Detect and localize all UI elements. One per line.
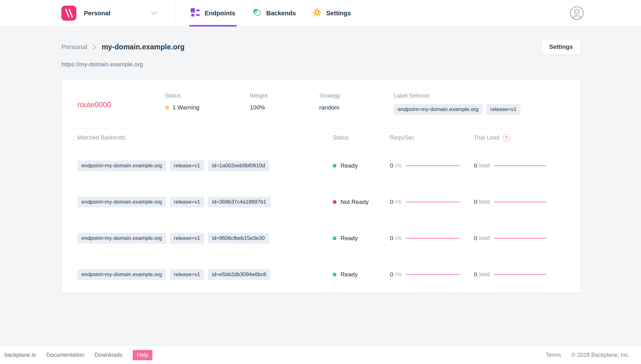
status-dot-icon bbox=[333, 164, 336, 168]
route-status-label: Status bbox=[165, 93, 250, 99]
brand-area: Personal bbox=[0, 0, 175, 26]
reqs-value: 0 bbox=[390, 199, 393, 205]
status-dot-icon bbox=[333, 236, 336, 240]
route-selector-label: Label Selector bbox=[394, 93, 565, 99]
settings-button[interactable]: Settings bbox=[541, 39, 581, 55]
status-dot-icon bbox=[333, 200, 336, 204]
app-screen: Personal Endpoints bbox=[0, 0, 641, 364]
backend-row[interactable]: endpoint=my-domain.example.org release=v… bbox=[62, 147, 581, 184]
backends-circles-icon bbox=[252, 8, 262, 18]
backend-tag-endpoint: endpoint=my-domain.example.org bbox=[77, 197, 166, 207]
load-value: 0 bbox=[474, 271, 477, 278]
header-reqs-sec: Reqs/Sec bbox=[390, 134, 474, 141]
route-name-link[interactable]: route0000 bbox=[77, 93, 165, 115]
true-load-help-icon[interactable]: ? bbox=[503, 134, 510, 141]
footer-right: Terms © 2018 Backplane, Inc. bbox=[546, 352, 630, 358]
user-avatar-icon[interactable] bbox=[570, 6, 584, 20]
load-value: 0 bbox=[474, 162, 477, 169]
load-value: 0 bbox=[474, 235, 477, 242]
load-unit: load bbox=[479, 199, 490, 205]
backend-status: Not Ready bbox=[341, 199, 369, 205]
copyright-text: © 2018 Backplane, Inc. bbox=[572, 352, 630, 358]
route-weight-label: Weight bbox=[250, 93, 319, 99]
backend-tag-release: release=v1 bbox=[170, 197, 204, 207]
route-strategy-label: Strategy bbox=[319, 93, 394, 99]
backend-row[interactable]: endpoint=my-domain.example.org release=v… bbox=[62, 184, 581, 220]
org-name: Personal bbox=[84, 10, 110, 17]
route-weight-field: Weight 100% bbox=[250, 93, 319, 115]
selector-tag: endpoint=my-domain.example.org bbox=[394, 104, 483, 115]
endpoint-url: https://my-domain.example.org bbox=[61, 61, 581, 68]
header-true-load: True Load bbox=[474, 134, 499, 141]
reqs-unit: r/s bbox=[395, 199, 402, 205]
backend-tag-id: id=369b37c4a18997b1 bbox=[208, 197, 270, 207]
top-navbar: Personal Endpoints bbox=[0, 0, 641, 27]
page-head: Personal my-domain.example.org Settings bbox=[61, 39, 581, 55]
backend-status: Ready bbox=[341, 235, 358, 242]
reqs-sparkline bbox=[406, 238, 460, 239]
load-sparkline bbox=[494, 202, 546, 202]
reqs-sparkline bbox=[406, 165, 460, 166]
gear-icon bbox=[313, 8, 321, 18]
reqs-unit: r/s bbox=[395, 162, 402, 169]
tab-endpoints[interactable]: Endpoints bbox=[189, 0, 237, 26]
page-title: my-domain.example.org bbox=[102, 43, 185, 51]
route-strategy-value: random bbox=[319, 104, 394, 111]
load-unit: load bbox=[479, 162, 490, 169]
chevron-right-icon bbox=[92, 43, 97, 51]
load-sparkline bbox=[494, 165, 546, 166]
breadcrumb: Personal my-domain.example.org bbox=[61, 43, 184, 51]
reqs-value: 0 bbox=[390, 162, 393, 169]
primary-tabs: Endpoints Backends bbox=[175, 0, 570, 26]
header-status: Status bbox=[333, 134, 390, 141]
load-unit: load bbox=[479, 235, 490, 241]
selector-tag: release=v1 bbox=[486, 104, 521, 115]
reqs-unit: r/s bbox=[395, 235, 402, 241]
breadcrumb-parent-link[interactable]: Personal bbox=[61, 43, 87, 51]
backend-row[interactable]: endpoint=my-domain.example.org release=v… bbox=[62, 220, 581, 256]
backend-tag-endpoint: endpoint=my-domain.example.org bbox=[77, 233, 166, 244]
tab-backends-label: Backends bbox=[266, 10, 296, 17]
backend-tag-release: release=v1 bbox=[170, 269, 204, 280]
tab-endpoints-label: Endpoints bbox=[205, 10, 235, 17]
backplane-logo[interactable] bbox=[61, 6, 76, 21]
terms-link[interactable]: Terms bbox=[546, 352, 561, 358]
tab-settings[interactable]: Settings bbox=[311, 0, 352, 26]
footer-link-backplane[interactable]: backplane.io bbox=[4, 352, 36, 358]
status-dot-icon bbox=[333, 273, 336, 276]
route-strategy-field: Strategy random bbox=[319, 93, 394, 115]
backend-tag-id: id=9606cfbeb15e3e30 bbox=[208, 233, 269, 244]
endpoints-blocks-icon bbox=[191, 8, 200, 18]
tab-backends[interactable]: Backends bbox=[251, 0, 297, 26]
backend-row[interactable]: endpoint=my-domain.example.org release=v… bbox=[62, 256, 581, 292]
backend-tag-endpoint: endpoint=my-domain.example.org bbox=[77, 269, 166, 280]
load-sparkline bbox=[494, 274, 546, 275]
route-status-field: Status 1 Warning bbox=[165, 93, 250, 115]
backend-tag-id: id=1a002eeb9bf0610d bbox=[208, 160, 269, 171]
backend-tag-release: release=v1 bbox=[170, 160, 204, 171]
reqs-sparkline bbox=[406, 202, 460, 202]
backend-tag-release: release=v1 bbox=[170, 233, 204, 244]
footer-link-downloads[interactable]: Downloads bbox=[95, 352, 122, 358]
reqs-value: 0 bbox=[390, 235, 393, 242]
footer-link-documentation[interactable]: Documentation bbox=[46, 352, 84, 358]
load-value: 0 bbox=[474, 199, 477, 205]
org-switcher[interactable]: Personal bbox=[76, 10, 175, 17]
header-matched-backends: Matched Backends bbox=[77, 134, 333, 141]
reqs-unit: r/s bbox=[395, 271, 402, 278]
backend-tag-endpoint: endpoint=my-domain.example.org bbox=[77, 160, 166, 171]
load-unit: load bbox=[479, 271, 490, 278]
warning-dot-icon bbox=[165, 106, 169, 110]
route-weight-value: 100% bbox=[250, 104, 319, 111]
navbar-right bbox=[570, 0, 641, 26]
reqs-sparkline bbox=[406, 274, 460, 275]
route-summary: route0000 Status 1 Warning Weight 100% S… bbox=[62, 80, 581, 128]
main-content: Personal my-domain.example.org Settings … bbox=[0, 27, 641, 346]
page-footer: backplane.io Documentation Downloads Hel… bbox=[0, 346, 641, 364]
help-button[interactable]: Help bbox=[133, 350, 152, 360]
backends-table-header: Matched Backends Status Reqs/Sec True Lo… bbox=[62, 128, 581, 147]
backend-status: Ready bbox=[341, 162, 358, 169]
tab-settings-label: Settings bbox=[326, 10, 351, 17]
backend-status: Ready bbox=[341, 271, 358, 278]
route-selector-field: Label Selector endpoint=my-domain.exampl… bbox=[394, 93, 565, 115]
